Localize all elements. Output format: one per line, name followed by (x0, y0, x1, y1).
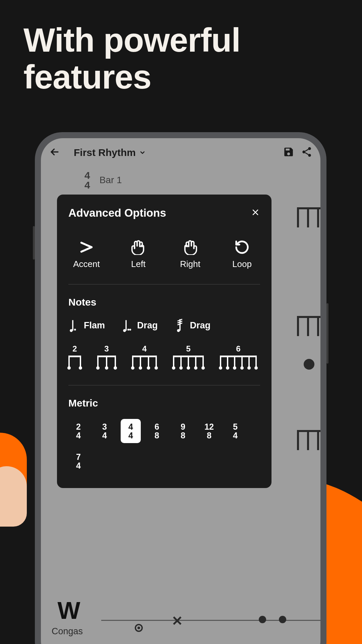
beam-icon (68, 356, 81, 370)
phone-frame: First Rhythm 4 4 Bar 1 (35, 132, 326, 644)
metric-top: 12 (204, 422, 214, 431)
subdivision-number: 6 (236, 344, 240, 354)
action-grid: Accent Left Right (68, 239, 260, 284)
metric-4-4[interactable]: 44 (121, 419, 141, 443)
svg-point-9 (129, 329, 131, 331)
app-screen: First Rhythm 4 4 Bar 1 (41, 138, 320, 644)
action-label: Loop (232, 259, 252, 269)
svg-point-0 (308, 147, 311, 150)
svg-point-2 (308, 154, 311, 157)
action-label: Left (131, 259, 145, 269)
beam-icon (132, 356, 157, 370)
phone-volume-button (33, 226, 35, 260)
subdivision-4[interactable]: 4 (132, 344, 157, 370)
metric-bottom: 8 (207, 431, 212, 440)
metric-section-title: Metric (68, 397, 260, 409)
modal-title: Advanced Options (68, 207, 166, 219)
metric-5-4[interactable]: 54 (225, 419, 245, 443)
metric-2-4[interactable]: 24 (68, 419, 88, 443)
phone-power-button (326, 303, 328, 364)
subdivision-number: 3 (104, 344, 109, 354)
time-signature-row: 4 4 Bar 1 (41, 159, 320, 190)
metric-top: 4 (128, 422, 133, 431)
flam-button[interactable]: Flam (68, 318, 105, 333)
action-label: Accent (73, 259, 100, 269)
note-x-icon: ✕ (172, 613, 183, 629)
instrument-label[interactable]: W Congas (52, 597, 83, 637)
flam-icon (68, 318, 80, 333)
divider (68, 385, 260, 385)
subdivision-6[interactable]: 6 (220, 344, 257, 370)
metric-7-4[interactable]: 74 (68, 449, 88, 473)
beam-icon (220, 356, 257, 370)
time-sig-bottom: 4 (84, 180, 90, 190)
accent-icon (79, 239, 94, 255)
metric-top: 5 (233, 422, 238, 431)
close-icon[interactable] (251, 208, 260, 218)
metric-top: 9 (181, 422, 185, 431)
hand-decoration (0, 466, 27, 527)
subdivision-number: 2 (72, 344, 77, 354)
bar-label: Bar 1 (100, 175, 122, 185)
save-icon[interactable] (283, 146, 294, 159)
metric-top: 6 (155, 422, 159, 431)
subdivision-number: 4 (142, 344, 146, 354)
staff-fragment (297, 316, 320, 336)
chevron-down-icon (139, 149, 146, 156)
svg-point-1 (302, 151, 305, 154)
drag-roll-icon (175, 318, 186, 333)
staff-fragment (297, 430, 320, 450)
instrument-icon: W (52, 597, 83, 624)
right-hand-button[interactable]: Right (173, 239, 207, 269)
back-icon[interactable] (49, 146, 60, 159)
drag-roll-button[interactable]: Drag (175, 318, 211, 333)
time-signature[interactable]: 4 4 (84, 170, 90, 190)
subdivision-5[interactable]: 5 (173, 344, 204, 370)
share-icon[interactable] (301, 146, 312, 159)
notes-section-title: Notes (68, 297, 260, 308)
bottom-staff[interactable]: ✕ (101, 603, 320, 630)
metric-top: 7 (76, 452, 81, 461)
hand-right-icon (182, 239, 198, 255)
metric-bottom: 8 (181, 431, 185, 440)
svg-point-8 (127, 329, 129, 331)
metric-6-8[interactable]: 68 (147, 419, 167, 443)
note-head (279, 616, 286, 623)
metric-bottom: 4 (128, 431, 133, 440)
left-hand-button[interactable]: Left (122, 239, 155, 269)
note-label: Flam (84, 320, 105, 331)
accent-button[interactable]: Accent (70, 239, 103, 269)
drag-button[interactable]: Drag (122, 318, 158, 333)
note-label: Drag (137, 320, 158, 331)
project-title-text: First Rhythm (74, 147, 136, 158)
metric-3-4[interactable]: 34 (95, 419, 115, 443)
svg-rect-4 (72, 320, 73, 330)
metric-12-8[interactable]: 128 (199, 419, 219, 443)
metric-top: 2 (76, 422, 81, 431)
subdivision-3[interactable]: 3 (97, 344, 116, 370)
beam-icon (173, 356, 204, 370)
note-ornaments-row: Flam Drag Drag (68, 318, 260, 333)
metric-bottom: 4 (76, 461, 81, 470)
loop-button[interactable]: Loop (225, 239, 259, 269)
svg-rect-7 (125, 320, 127, 330)
metric-top: 3 (102, 422, 107, 431)
subdivision-number: 5 (186, 344, 190, 354)
time-signature-grid: 24344468981285474 (68, 419, 260, 473)
beam-icon (97, 356, 116, 370)
advanced-options-modal: Advanced Options Accent Left (57, 195, 272, 488)
subdivision-row: 23456 (68, 344, 260, 370)
metric-bottom: 8 (155, 431, 159, 440)
svg-rect-11 (179, 319, 181, 331)
record-marker-icon (135, 624, 143, 632)
metric-9-8[interactable]: 98 (173, 419, 193, 443)
metric-bottom: 4 (102, 431, 107, 440)
metric-bottom: 4 (76, 431, 81, 440)
hand-left-icon (131, 239, 146, 255)
metric-bottom: 4 (233, 431, 238, 440)
promo-headline: With powerful features (0, 0, 362, 95)
svg-point-5 (74, 329, 76, 331)
project-title-dropdown[interactable]: First Rhythm (74, 147, 146, 158)
subdivision-2[interactable]: 2 (68, 344, 81, 370)
staff-fragment (297, 207, 320, 227)
